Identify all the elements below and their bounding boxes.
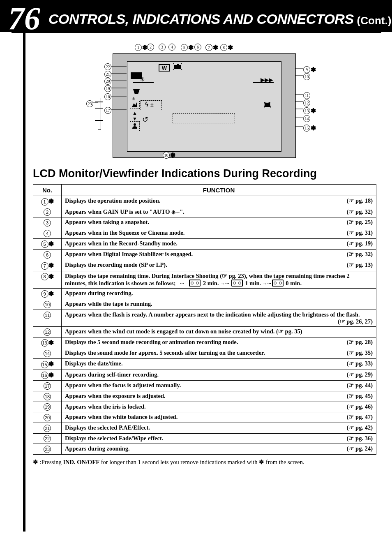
iris-icon	[132, 88, 141, 95]
row-number: 5✽	[33, 238, 62, 250]
pae-effect-icon	[131, 72, 142, 79]
callout-23: 23	[86, 100, 93, 107]
row-number: 18	[33, 391, 62, 402]
table-row: 23Appears during zooming.(☞ pg. 24)	[33, 444, 376, 455]
row-function: Appears when GAIN UP is set to "AUTO ✳←"…	[62, 207, 376, 217]
row-function: Appears when the iris is locked.(☞ pg. 4…	[62, 402, 376, 412]
callout-17: 17	[104, 107, 111, 114]
row-number: 15✽	[33, 359, 62, 370]
row-number: 19	[33, 402, 62, 412]
row-number: 21	[33, 423, 62, 434]
table-row: 17Appears when the focus is adjusted man…	[33, 381, 376, 391]
table-row: 16✽Appears during self-timer recording.(…	[33, 370, 376, 381]
row-function: Appears when the white balance is adjust…	[62, 412, 376, 423]
callout-12: 12	[303, 99, 310, 106]
self-timer-icon: ↺	[142, 115, 148, 124]
row-number: 3	[33, 217, 62, 228]
page-header: 76 CONTROLS, INDICATIONS AND CONNECTORS …	[0, 0, 392, 32]
row-number: 13✽	[33, 337, 62, 348]
row-number: 9✽	[33, 288, 62, 299]
zoom-tick-1	[95, 102, 103, 102]
callout-16: 16✽	[163, 151, 175, 159]
footnote: ✽ :Pressing IND. ON/OFF for longer than …	[33, 459, 376, 466]
callout-7: 7✽	[205, 44, 218, 51]
row-number: 7✽	[33, 260, 62, 271]
row-function: Displays the 5 second mode recording or …	[62, 337, 376, 348]
row-number: 22	[33, 433, 62, 444]
page-title: CONTROLS, INDICATIONS AND CONNECTORS	[44, 11, 354, 32]
w-icon: W	[159, 64, 170, 72]
fast-forward-icon: ▶▶▶	[261, 76, 273, 83]
row-number: 4	[33, 228, 62, 239]
row-function: Appears when the wind cut mode is engage…	[62, 327, 376, 337]
footnote-suffix: for longer than 1 second lets you remove…	[99, 459, 304, 465]
section-title: LCD Monitor/Viewfinder Indications Durin…	[33, 167, 376, 180]
table-row: 9✽Appears during recording.	[33, 288, 376, 299]
flash-icon: ϟ ±	[145, 101, 154, 108]
divider-vertical	[23, 32, 25, 466]
zoom-track	[98, 98, 101, 130]
row-function: Appears during self-timer recording.(☞ p…	[62, 370, 376, 381]
stabilizer-icon	[173, 62, 182, 71]
table-row: 10Appears while the tape is running.	[33, 299, 376, 310]
table-row: 13✽Displays the 5 second mode recording …	[33, 337, 376, 348]
table-row: 19Appears when the iris is locked.(☞ pg.…	[33, 402, 376, 412]
row-function: Appears when in the Record-Standby mode.…	[62, 238, 376, 250]
row-number: 10	[33, 299, 62, 310]
table-row: 8✽Displays the tape remaining time. Duri…	[33, 271, 376, 288]
table-row: 22Displays the selected Fade/Wipe effect…	[33, 433, 376, 444]
table-row: 2Appears when GAIN UP is set to "AUTO ✳←…	[33, 207, 376, 217]
mountain-icon	[131, 102, 137, 107]
callout-3: 3	[159, 44, 166, 51]
callout-11: 11	[303, 92, 310, 99]
row-function: Appears during recording.	[62, 288, 376, 299]
function-table: No. FUNCTION 1✽Displays the operation mo…	[33, 184, 376, 455]
row-function: Appears when in the Squeeze or Cinema mo…	[62, 228, 376, 239]
diagram-area: W ✳ ▶▶▶	[33, 38, 376, 159]
callout-10: 10	[303, 73, 310, 80]
table-row: 20Appears when the white balance is adju…	[33, 412, 376, 423]
row-function: Displays the tape remaining time. During…	[62, 271, 376, 288]
row-function: Displays the selected P.AE/Effect.(☞ pg.…	[62, 423, 376, 434]
table-row: 18Appears when the exposure is adjusted.…	[33, 391, 376, 402]
row-function: Displays the recording mode (SP or LP).(…	[62, 260, 376, 271]
row-number: 23	[33, 444, 62, 455]
row-number: 20	[33, 412, 62, 423]
row-number: 1✽	[33, 196, 62, 207]
row-function: Displays the date/time.(☞ pg. 33)	[62, 359, 376, 370]
row-function: Appears when the flash is ready. A numbe…	[62, 310, 376, 327]
callout-6: 6	[194, 44, 201, 51]
table-header-function: FUNCTION	[62, 185, 376, 196]
table-row: 1✽Displays the operation mode position.(…	[33, 196, 376, 207]
zoom-tick-2	[95, 108, 103, 109]
table-header-no: No.	[33, 185, 62, 196]
page-number: 76	[0, 2, 44, 35]
table-row: 5✽Appears when in the Record-Standby mod…	[33, 238, 376, 250]
table-row: 15✽Displays the date/time.(☞ pg. 33)	[33, 359, 376, 370]
row-number: 6	[33, 250, 62, 260]
sound-mode-outline	[173, 113, 235, 123]
row-number: 8✽	[33, 271, 62, 288]
table-row: 7✽Displays the recording mode (SP or LP)…	[33, 260, 376, 271]
callout-15: 15✽	[303, 124, 316, 132]
callout-14: 14	[303, 115, 310, 122]
row-function: Appears when the focus is adjusted manua…	[62, 381, 376, 391]
callout-21: 21	[104, 71, 111, 78]
table-row: 14Displays the sound mode for approx. 5 …	[33, 348, 376, 359]
wind-cut-icon	[263, 101, 272, 109]
page-title-cont: (Cont.)	[354, 14, 392, 32]
divider-horizontal	[12, 31, 381, 33]
row-function: Appears while the tape is running.	[62, 299, 376, 310]
up-arrow-icon: ▲	[132, 110, 137, 116]
callout-18: 18	[104, 93, 111, 100]
table-row: 21Displays the selected P.AE/Effect.(☞ p…	[33, 423, 376, 434]
table-row: 4Appears when in the Squeeze or Cinema m…	[33, 228, 376, 239]
callout-8: 8✽	[220, 44, 233, 51]
callout-20: 20	[104, 78, 111, 85]
callout-13: 13✽	[303, 107, 316, 115]
row-number: 11	[33, 310, 62, 327]
callout-4: 4	[168, 44, 175, 51]
row-number: 14	[33, 348, 62, 359]
row-function: Displays the sound mode for approx. 5 se…	[62, 348, 376, 359]
row-number: 2	[33, 207, 62, 217]
